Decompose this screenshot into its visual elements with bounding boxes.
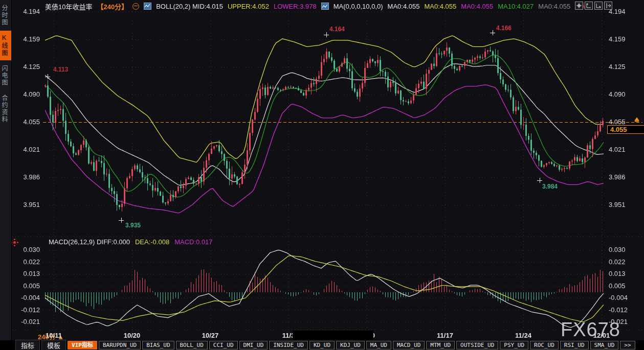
toolbar-item-BIAS_UD[interactable]: BIAS_UD bbox=[142, 341, 174, 349]
date-tick: 10/11 bbox=[46, 332, 62, 339]
macd-settings-icon[interactable] bbox=[13, 241, 16, 244]
axis-tick: -0.021 bbox=[15, 318, 40, 325]
macd-header: MACD(26,12,9) DIFF:0.000 DEA:-0.008 MACD… bbox=[49, 238, 213, 246]
axis-tick: 3.951 bbox=[15, 201, 40, 208]
toolbar-item-模板[interactable]: 模板 bbox=[41, 340, 66, 350]
axis-tick: 4.125 bbox=[15, 63, 40, 71]
axis-tick: 0.013 bbox=[15, 270, 40, 277]
time-axis: 240分 ▲ 10/1110/2010/2711/311/1011/1711/2… bbox=[0, 331, 644, 340]
axis-tick: 0.005 bbox=[609, 282, 626, 290]
trading-terminal: 分时图K线图闪电图合约资料 美债10年收益率 【240分】 BOLL(20,2)… bbox=[0, 0, 644, 350]
axis-tick: 0.030 bbox=[15, 246, 40, 253]
macd-dea-value: DEA:-0.008 bbox=[135, 238, 169, 246]
toolbar-item-BARUPDN_UD[interactable]: BARUPDN_UD bbox=[99, 341, 141, 349]
axis-tick: 0.030 bbox=[609, 246, 626, 253]
price-callout: 3.935 bbox=[125, 222, 141, 229]
boll-chart-icon[interactable] bbox=[144, 3, 151, 10]
sidebar-item-闪电图[interactable]: 闪电图 bbox=[0, 61, 11, 90]
toolbar-item-ROC_UD[interactable]: ROC_UD bbox=[530, 341, 559, 349]
shift-right-icon[interactable] bbox=[604, 2, 612, 10]
toolbar-item-BOLL_UD[interactable]: BOLL_UD bbox=[176, 341, 208, 349]
boll-label: BOLL(20,2) MID:4.015 bbox=[156, 3, 223, 10]
period-label[interactable]: 【240分】 bbox=[97, 2, 128, 11]
axis-tick: 4.055 bbox=[15, 118, 40, 126]
ma-value: MA10:4.027 bbox=[498, 3, 534, 10]
ma-label: MA(0,0,0,10,0,0) bbox=[334, 3, 383, 10]
price-callout: 4.164 bbox=[329, 26, 345, 33]
boll-lower-value: LOWER:3.978 bbox=[274, 3, 317, 10]
tooltip-overlay bbox=[293, 331, 373, 340]
axis-tick: -0.004 bbox=[15, 294, 40, 301]
toolbar-item-DMI_UD[interactable]: DMI_UD bbox=[239, 341, 268, 349]
ma-values: MA0:4.055MA0:4.055MA0:4.055MA10:4.027MA0… bbox=[388, 3, 591, 10]
toolbar-item-MACD_UD[interactable]: MACD_UD bbox=[393, 341, 425, 349]
chart-canvas[interactable] bbox=[0, 0, 644, 350]
axis-tick: 0.022 bbox=[15, 258, 40, 266]
ma-value: MA0:4.055 bbox=[424, 3, 456, 10]
toolbar-item-PSY_UD[interactable]: PSY_UD bbox=[500, 341, 528, 349]
axis-tick: 0.022 bbox=[609, 258, 626, 266]
date-tick: 11/17 bbox=[437, 332, 453, 339]
axis-tick: 4.159 bbox=[609, 35, 626, 43]
macd-label: MACD(26,12,9) DIFF:0.000 bbox=[49, 238, 130, 246]
axis-tick: 3.951 bbox=[609, 201, 626, 208]
ma-chart-icon[interactable] bbox=[321, 3, 329, 10]
axis-tick: -0.004 bbox=[609, 294, 628, 301]
ma-value: MA0:4.055 bbox=[538, 3, 570, 10]
toolbar-item-INSIDE_UD[interactable]: INSIDE_UD bbox=[269, 341, 308, 349]
toolbar-item-CCI_UD[interactable]: CCI_UD bbox=[209, 341, 238, 349]
axis-tick: 0.013 bbox=[609, 270, 626, 277]
price-callout: 4.113 bbox=[53, 66, 68, 73]
axis-tick: 4.090 bbox=[609, 90, 626, 98]
axis-tick: 4.021 bbox=[15, 146, 40, 153]
toolbar-item-指标[interactable]: 指标 bbox=[15, 340, 40, 350]
pan-icon[interactable] bbox=[575, 2, 583, 10]
axis-tick: 4.159 bbox=[15, 35, 40, 43]
toolbar-item-MTM_UD[interactable]: MTM_UD bbox=[426, 341, 455, 349]
axis-tick: 4.194 bbox=[15, 8, 40, 15]
price-callout: 4.166 bbox=[496, 25, 512, 32]
axis-tick: 4.021 bbox=[609, 146, 626, 153]
instrument-title: 美债10年收益率 bbox=[45, 2, 92, 11]
axis-tick: 3.986 bbox=[15, 173, 40, 181]
price-callout: 3.984 bbox=[542, 183, 558, 190]
axis-tick: 4.055 bbox=[609, 118, 626, 126]
toolbar-item-RSI_UD[interactable]: RSI_UD bbox=[560, 341, 589, 349]
last-price-tag: 4.055 bbox=[607, 125, 644, 134]
axis-tick: 0.005 bbox=[15, 282, 40, 290]
fx678-watermark: FX678 bbox=[561, 319, 620, 341]
toolbar-item-OUTSIDE_UD[interactable]: OUTSIDE_UD bbox=[456, 341, 498, 349]
sidebar-item-分时图[interactable]: 分时图 bbox=[0, 1, 11, 30]
indicator-header: 美债10年收益率 【240分】 BOLL(20,2) MID:4.015 UPP… bbox=[45, 2, 591, 10]
toolbar-item-VIP指标[interactable]: VIP指标 bbox=[68, 341, 97, 349]
ma-value: MA0:4.055 bbox=[461, 3, 493, 10]
macd-macd-value: MACD:0.017 bbox=[174, 238, 212, 246]
scale-left-icon[interactable] bbox=[585, 2, 593, 10]
collapse-icon[interactable] bbox=[132, 3, 139, 10]
date-tick: 11/24 bbox=[515, 332, 531, 339]
boll-upper-value: UPPER:4.052 bbox=[228, 3, 269, 10]
toolbar-item-SMA_UD[interactable]: SMA_UD bbox=[590, 341, 619, 349]
axis-tick: 3.986 bbox=[609, 173, 626, 181]
sidebar-item-合约资料[interactable]: 合约资料 bbox=[0, 91, 11, 127]
axis-tick: -0.012 bbox=[609, 306, 628, 314]
left-sidebar: 分时图K线图闪电图合约资料 bbox=[0, 0, 12, 350]
ma-value: MA0:4.055 bbox=[388, 3, 420, 10]
toolbar-item-KD_UD[interactable]: KD_UD bbox=[309, 341, 335, 349]
axis-tick: 4.090 bbox=[15, 90, 40, 98]
axis-tick: -0.012 bbox=[15, 306, 40, 314]
chart-tool-buttons bbox=[575, 2, 612, 10]
indicator-toolbar: 指标模板VIP指标BARUPDN_UDBIAS_UDBOLL_UDCCI_UDD… bbox=[0, 340, 644, 350]
sidebar-item-K线图[interactable]: K线图 bbox=[0, 31, 11, 60]
date-tick: 10/27 bbox=[202, 332, 219, 339]
axis-tick: 4.125 bbox=[609, 63, 626, 71]
toolbar-item-MA_UD[interactable]: MA_UD bbox=[366, 341, 391, 349]
scale-right-icon[interactable] bbox=[594, 2, 603, 10]
toolbar-item->>[interactable]: >> bbox=[620, 341, 635, 349]
date-tick: 10/20 bbox=[124, 332, 141, 339]
toolbar-item-KDJ_UD[interactable]: KDJ_UD bbox=[336, 341, 365, 349]
